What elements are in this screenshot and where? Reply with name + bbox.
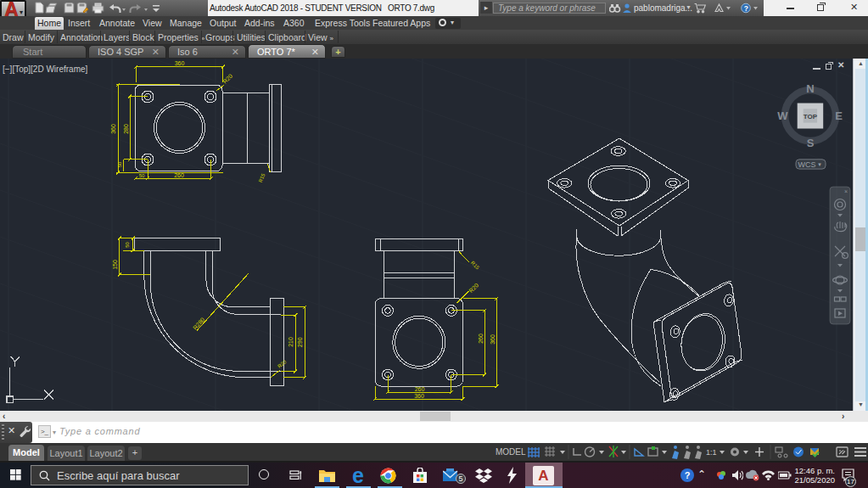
svg-text:210: 210 [288, 337, 294, 347]
svg-text:260: 260 [415, 386, 425, 392]
svg-text:W: W [777, 109, 788, 122]
svg-text:360: 360 [490, 334, 496, 345]
svg-text:R20: R20 [468, 282, 479, 294]
svg-text:280: 280 [123, 124, 129, 134]
svg-text:150: 150 [112, 260, 118, 270]
svg-text:360: 360 [175, 60, 185, 66]
svg-text:50: 50 [125, 242, 130, 248]
svg-text:▾: ▾ [818, 161, 821, 167]
svg-text:50: 50 [139, 173, 145, 178]
svg-text:R15: R15 [258, 172, 266, 183]
svg-text:?: ? [744, 4, 748, 13]
svg-text:260: 260 [478, 334, 484, 344]
svg-text:260: 260 [174, 172, 184, 178]
svg-text:290: 290 [297, 337, 303, 347]
svg-text:×: × [844, 188, 848, 194]
svg-text:R20: R20 [221, 73, 233, 85]
svg-text:1:1: 1:1 [706, 448, 717, 457]
svg-text:R20: R20 [277, 359, 288, 369]
svg-text:360: 360 [110, 124, 116, 134]
svg-text:360: 360 [414, 393, 424, 399]
svg-text:R15: R15 [470, 261, 480, 271]
svg-text:TOP: TOP [804, 113, 818, 121]
svg-text:WCS: WCS [798, 160, 816, 169]
svg-text:E: E [835, 109, 843, 122]
svg-text:50: 50 [117, 161, 122, 167]
svg-text:N: N [806, 82, 814, 95]
svg-text:S: S [807, 137, 815, 149]
